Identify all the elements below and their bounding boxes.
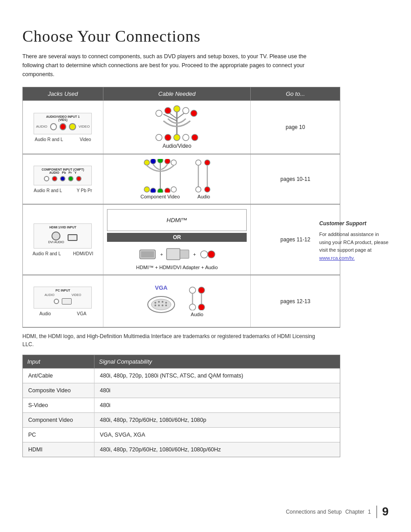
cs-title: Customer Support — [319, 219, 389, 228]
page-title: Choose Your Connections — [22, 27, 389, 46]
input-component: Component Video — [23, 413, 94, 428]
jack-circle-white — [50, 123, 57, 130]
svg-point-20 — [144, 187, 150, 192]
goto-pages-pc: pages 12-13 — [280, 298, 310, 305]
or-divider: OR — [107, 233, 247, 242]
table-row: Component Video 480i, 480p, 720p/60Hz, 1… — [23, 413, 340, 428]
trademark-note: HDMI, the HDMI logo, and High-Definition… — [22, 332, 327, 348]
jack-label-audio: Audio R and L — [35, 137, 63, 142]
table-row: HDMI 480i, 480p, 720p/60Hz, 1080i/60Hz, … — [23, 442, 340, 457]
svg-point-48 — [198, 287, 205, 293]
audio-pc-cable-icon — [186, 286, 208, 310]
jack-label-audio-comp: Audio R and L — [34, 188, 62, 193]
jack-label-hdmidvi: HDMI/DVI — [73, 251, 93, 256]
svg-point-8 — [191, 110, 197, 116]
jack-diagram-hdmi: HDMI 1/VID INPUT DVI AUDIO — [34, 223, 92, 249]
svg-point-21 — [150, 188, 156, 193]
signal-col-input: Input — [23, 355, 94, 369]
audio-plug-small-icon — [199, 248, 217, 261]
svg-point-9 — [156, 134, 162, 141]
svg-point-46 — [165, 305, 167, 306]
table-row: HDMI 1/VID INPUT DVI AUDIO Audio R and L… — [23, 204, 340, 275]
svg-point-44 — [158, 305, 160, 306]
svg-point-22 — [158, 189, 163, 193]
table-row: Composite Video 480i — [23, 383, 340, 398]
signal-component: 480i, 480p, 720p/60Hz, 1080i/60Hz, 1080p — [94, 413, 340, 428]
svg-point-26 — [205, 160, 210, 165]
svg-point-38 — [151, 299, 171, 310]
jack-label-video: Video — [80, 137, 91, 142]
audio-pc-label: Audio — [186, 312, 208, 317]
cable-label-component: Component Video — [138, 194, 183, 199]
connections-table: Jacks Used Cable Needed Go to... AUDIO/V… — [22, 87, 340, 328]
vga-cable-icon — [146, 292, 177, 317]
intro-text: There are several ways to connect compon… — [22, 52, 327, 79]
cable-label-av: Audio/Video — [107, 143, 247, 149]
jack-diagram-pc: PC INPUT AUDIO VIDEO — [34, 287, 92, 309]
vga-color-label: VGA — [146, 284, 177, 291]
signal-hdmi: 480i, 480p, 720p/60Hz, 1080i/60Hz, 1080p… — [94, 442, 340, 457]
hdmi-label: HDMI™ — [167, 217, 187, 223]
svg-point-15 — [144, 160, 150, 165]
input-pc: PC — [23, 428, 94, 442]
jack-cell-component: COMPONENT INPUT (CMPT)AUDIO Pb Pr Y Audi… — [23, 154, 103, 204]
jack-circle-yellow — [69, 123, 76, 130]
goto-pages-component: pages 10-11 — [280, 176, 310, 182]
page-footer: Connections and Setup Chapter 1 9 — [286, 505, 389, 519]
cable-label-audio: Audio — [192, 194, 216, 199]
table-row: PC VGA, SVGA, XGA — [23, 428, 340, 442]
footer-chapter-label: Chapter — [345, 509, 364, 515]
table-row: PC INPUT AUDIO VIDEO Audio VGA — [23, 275, 340, 327]
jack-cell-hdmi: HDMI 1/VID INPUT DVI AUDIO Audio R and L… — [23, 204, 103, 275]
svg-point-36 — [208, 251, 215, 258]
svg-point-12 — [183, 134, 189, 141]
jack-label-vga: VGA — [77, 311, 86, 316]
svg-point-16 — [150, 159, 156, 164]
signal-svideo: 480i — [94, 398, 340, 413]
cable-cell-hdmi: HDMI™ OR + + — [103, 204, 251, 275]
goto-cell-component: pages 10-11 — [251, 154, 340, 204]
table-row: COMPONENT INPUT (CMPT)AUDIO Pb Pr Y Audi… — [23, 154, 340, 204]
svg-point-18 — [165, 159, 170, 164]
goto-page-av: page 10 — [286, 124, 305, 130]
svg-point-19 — [171, 160, 176, 165]
svg-point-11 — [174, 134, 180, 141]
svg-point-4 — [156, 110, 162, 116]
footer-divider — [377, 506, 377, 518]
jack-diagram-component: COMPONENT INPUT (CMPT)AUDIO Pb Pr Y — [34, 166, 92, 185]
svg-point-42 — [165, 302, 167, 304]
svg-point-23 — [165, 188, 170, 193]
svg-point-24 — [171, 187, 176, 192]
jack-cell-pc: PC INPUT AUDIO VIDEO Audio VGA — [23, 275, 103, 327]
svg-rect-32 — [141, 251, 154, 257]
svg-point-29 — [196, 187, 201, 192]
col-cable: Cable Needed — [103, 87, 251, 101]
audio-cable-icon — [192, 159, 216, 193]
customer-support: Customer Support For additional assistan… — [319, 219, 389, 262]
svg-point-35 — [201, 251, 208, 258]
input-svideo: S-Video — [23, 398, 94, 413]
signal-pc: VGA, SVGA, XGA — [94, 428, 340, 442]
svg-point-13 — [192, 134, 198, 141]
svg-point-41 — [162, 301, 163, 303]
svg-point-25 — [196, 160, 201, 165]
cable-cell-pc: VGA — [103, 275, 251, 327]
input-antcable: Ant/Cable — [23, 369, 94, 383]
goto-cell-av: page 10 — [251, 101, 340, 154]
goto-cell-pc: pages 12-13 — [251, 275, 340, 327]
table-row: S-Video 480i — [23, 398, 340, 413]
component-cable-icon — [138, 159, 183, 193]
cs-link[interactable]: www.rca.com/tv. — [319, 255, 355, 261]
footer-section-title: Connections and Setup — [286, 509, 342, 515]
svg-point-6 — [174, 106, 180, 112]
footer-page-number: 9 — [382, 505, 389, 519]
goto-pages-hdmi: pages 11-12 — [280, 236, 310, 243]
svg-point-45 — [162, 305, 163, 306]
svg-point-51 — [189, 304, 196, 310]
cs-text: For additional assistance in using your … — [319, 232, 389, 253]
input-composite: Composite Video — [23, 383, 94, 398]
jack-cell-av: AUDIO/VIDEO INPUT 1(VID1) AUDIO VIDEO Au… — [23, 101, 103, 154]
svg-point-17 — [158, 159, 163, 163]
jack-label-audio-hdmi: Audio R and L — [33, 251, 61, 256]
hdmi-plug-icon — [137, 248, 158, 261]
